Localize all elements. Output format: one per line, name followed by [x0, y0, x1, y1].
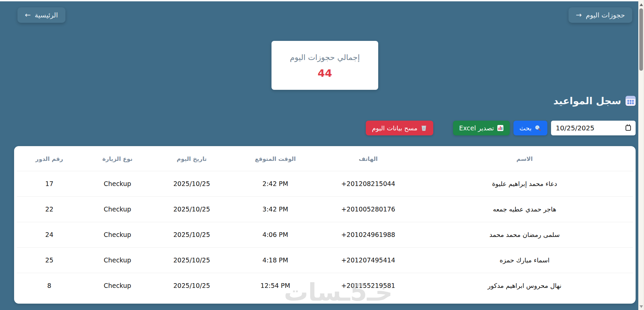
cell-date: 2025/10/25 — [153, 196, 231, 222]
table-row: نهال محروس ابراهيم مدكور+20115521958112:… — [17, 273, 633, 298]
cell-expected-time: 3:42 PM — [231, 196, 320, 222]
appointments-log-heading: سجل المواعيد — [14, 95, 636, 107]
table-row: اسماء ميارك حمزه+2012074954144:18 PM2025… — [17, 247, 633, 273]
cell-visit-type: Checkup — [82, 247, 153, 273]
cell-visit-type: Checkup — [82, 222, 153, 247]
export-excel-button[interactable]: تصدير Excel — [453, 121, 510, 135]
cell-date: 2025/10/25 — [153, 247, 231, 273]
cell-queue-number: 8 — [17, 273, 82, 298]
scrollbar-thumb[interactable] — [639, 8, 643, 71]
clear-today-data-button[interactable]: مسح بيانات اليوم — [366, 121, 433, 135]
total-bookings-value: 44 — [278, 67, 372, 79]
cell-date: 2025/10/25 — [153, 222, 231, 247]
cell-expected-time: 12:54 PM — [231, 273, 320, 298]
page: حجوزات اليوم → الرئيسية ← إجمالي حجوزات … — [6, 1, 644, 310]
table-row: سلمى رمضان محمد محمد+2010249619884:06 PM… — [17, 222, 633, 247]
calendar-icon — [626, 96, 636, 106]
cell-visit-type: Checkup — [82, 196, 153, 222]
cell-expected-time: 2:42 PM — [231, 171, 320, 196]
cell-expected-time: 4:18 PM — [231, 247, 320, 273]
cell-queue-number: 17 — [17, 171, 82, 196]
cell-name: اسماء ميارك حمزه — [416, 247, 633, 273]
home-button[interactable]: الرئيسية ← — [17, 7, 65, 23]
appointments-table-card: الاسم الهاتف الوقت المتوقع تاريخ اليوم ن… — [14, 146, 636, 304]
table-header-row: الاسم الهاتف الوقت المتوقع تاريخ اليوم ن… — [17, 147, 633, 171]
table-row: هاجر حمدي عطيه جمعه+2010052801763:42 PM2… — [17, 196, 633, 222]
cell-name: سلمى رمضان محمد محمد — [416, 222, 633, 247]
date-value: 10/25/2025 — [556, 124, 594, 132]
date-picker-icon[interactable] — [626, 125, 631, 131]
bar-chart-icon — [497, 125, 504, 131]
appointments-log-title: سجل المواعيد — [553, 95, 621, 107]
today-bookings-label: حجوزات اليوم — [586, 11, 625, 19]
home-label: الرئيسية — [35, 11, 58, 19]
header-visit-type: نوع الزيارة — [82, 147, 153, 171]
clear-today-data-label: مسح بيانات اليوم — [372, 124, 417, 132]
cell-name: نهال محروس ابراهيم مدكور — [416, 273, 633, 298]
today-bookings-button[interactable]: حجوزات اليوم → — [568, 7, 632, 23]
cell-phone: +201207495414 — [320, 247, 416, 273]
right-arrow-icon: → — [576, 12, 582, 19]
cell-phone: +201005280176 — [320, 196, 416, 222]
export-excel-label: تصدير Excel — [459, 124, 494, 132]
cell-phone: +201155219581 — [320, 273, 416, 298]
top-nav: حجوزات اليوم → الرئيسية ← — [14, 7, 636, 23]
cell-name: دعاء محمد إبراهيم عليوة — [416, 171, 633, 196]
cell-phone: +201024961988 — [320, 222, 416, 247]
appointments-tbody: دعاء محمد إبراهيم عليوة+2012082150442:42… — [17, 171, 633, 298]
cell-expected-time: 4:06 PM — [231, 222, 320, 247]
cell-date: 2025/10/25 — [153, 273, 231, 298]
total-bookings-card: إجمالي حجوزات اليوم 44 — [271, 41, 378, 90]
total-bookings-label: إجمالي حجوزات اليوم — [278, 53, 372, 62]
header-phone: الهاتف — [320, 147, 416, 171]
cell-visit-type: Checkup — [82, 171, 153, 196]
cell-visit-type: Checkup — [82, 273, 153, 298]
appointments-table: الاسم الهاتف الوقت المتوقع تاريخ اليوم ن… — [17, 147, 633, 298]
header-name: الاسم — [416, 147, 633, 171]
header-date: تاريخ اليوم — [153, 147, 231, 171]
cell-queue-number: 22 — [17, 196, 82, 222]
date-input[interactable]: 10/25/2025 — [551, 121, 636, 135]
cell-date: 2025/10/25 — [153, 171, 231, 196]
trash-icon — [420, 125, 427, 131]
header-expected-time: الوقت المتوقع — [231, 147, 320, 171]
magnifier-icon — [535, 125, 541, 131]
table-row: دعاء محمد إبراهيم عليوة+2012082150442:42… — [17, 171, 633, 196]
scrollbar-up-arrow-icon[interactable] — [640, 3, 643, 6]
cell-queue-number: 25 — [17, 247, 82, 273]
scrollbar-track[interactable] — [638, 0, 644, 310]
controls-row: 10/25/2025 بحث تصدير Excel — [14, 121, 636, 135]
header-queue-number: رقم الدور — [17, 147, 82, 171]
search-button[interactable]: بحث — [513, 121, 547, 135]
cell-name: هاجر حمدي عطيه جمعه — [416, 196, 633, 222]
left-arrow-icon: ← — [25, 12, 31, 19]
search-label: بحث — [519, 124, 532, 132]
cell-phone: +201208215044 — [320, 171, 416, 196]
scrollbar-down-arrow-icon[interactable] — [640, 305, 643, 308]
cell-queue-number: 24 — [17, 222, 82, 247]
